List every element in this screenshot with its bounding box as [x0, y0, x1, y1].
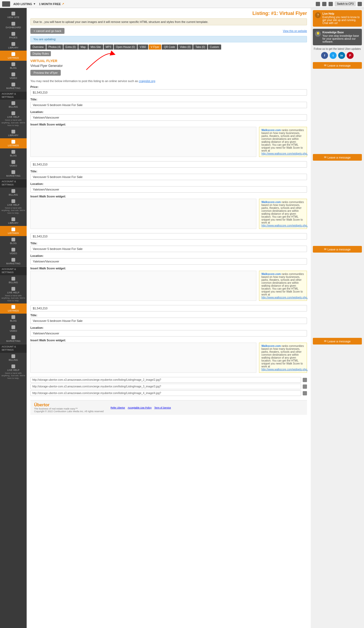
leave-message-btn-2[interactable]: ✉ Leave a message [313, 154, 362, 161]
sidebar-item-billing-4[interactable]: BILLING [0, 353, 27, 363]
title-input-4[interactable] [30, 318, 307, 324]
preview-vflyer-btn[interactable]: Preview the vFlyer [30, 70, 61, 76]
location-input-2[interactable] [30, 186, 307, 193]
facebook-icon[interactable]: f [321, 52, 328, 59]
title-input-3[interactable] [30, 246, 307, 252]
craigslist-link[interactable]: craigslist.org [139, 79, 155, 83]
sidebar-item-billing-1[interactable]: BILLING [0, 100, 27, 110]
sidebar-item-library-3[interactable]: LIBRARY [0, 216, 27, 226]
grid-icon[interactable] [316, 2, 320, 6]
switch-cp3-btn[interactable]: Switch to CP3 [335, 2, 355, 6]
tab-tabs[interactable]: Tabs (0) [193, 44, 207, 50]
add-listing-btn[interactable]: ADD LISTING ▼ [13, 2, 36, 6]
sidebar-item-billing-2[interactable]: BILLING [0, 188, 27, 198]
tab-display-rules[interactable]: Display Rules [30, 51, 51, 56]
tab-photos[interactable]: Photos (4) [46, 44, 63, 50]
sidebar-item-video-4[interactable]: VIDEO [0, 324, 27, 334]
tab-vflyer[interactable]: V Flyer [149, 44, 161, 50]
tab-map[interactable]: Map [78, 44, 88, 50]
sidebar-item-dashboard[interactable]: DASHBOARD [0, 20, 27, 30]
one-month-free-btn[interactable]: 1 MONTH FREE ↗ [39, 2, 64, 6]
tab-overview[interactable]: Overview [30, 44, 46, 50]
leave-message-btn-4[interactable]: ✉ Leave a message [313, 338, 362, 345]
tab-qr-code[interactable]: QR Code [162, 44, 177, 50]
price-input-4[interactable] [30, 305, 307, 311]
twitter-icon[interactable]: t [330, 52, 337, 59]
location-input-3[interactable] [30, 258, 307, 265]
sidebar-item-blog-1[interactable]: BLOG [0, 61, 27, 71]
eye-icon[interactable] [329, 2, 333, 6]
footer-link-tos[interactable]: Term of Service [154, 406, 171, 409]
cancel-back-btn[interactable]: < cancel and go back [30, 28, 64, 34]
sidebar-item-library-2[interactable]: LIBRARY [0, 128, 27, 138]
walk-score-widget-2[interactable] [30, 199, 256, 229]
tab-open-house[interactable]: Open House (0) [114, 44, 137, 50]
image-copy-icon-3[interactable] [303, 391, 307, 395]
sidebar-item-library-1[interactable]: LIBRARY [0, 40, 27, 51]
title-input-2[interactable] [30, 174, 307, 180]
walk-score-section-1: Walkscore.com ranks communities based on… [30, 127, 307, 157]
sidebar-item-live-help-2[interactable]: LIVE HELP Need a hand with anything. Jus… [0, 198, 27, 216]
sidebar-item-video-2[interactable]: VIDEO [0, 159, 27, 169]
image-url-row-3 [30, 390, 307, 396]
field-section-2: Title: Location: Insert Walk Score widge… [30, 161, 307, 229]
footer-link-aup[interactable]: Acceptable Use Policy [128, 406, 152, 409]
blog-icon [11, 62, 15, 66]
sidebar-item-video-1[interactable]: VIDEO [0, 71, 27, 81]
price-input-1[interactable] [30, 89, 307, 96]
image-copy-icon-2[interactable] [303, 384, 307, 389]
image-copy-icon-1[interactable] [303, 378, 307, 382]
sidebar-item-billing-3[interactable]: BILLING [0, 275, 27, 285]
sidebar-item-marketing-3[interactable]: MARKETING [0, 256, 27, 266]
sidebar-item-live-help-4[interactable]: LIVE HELP Need a hand with anything. Jus… [0, 363, 27, 381]
sidebar-item-listings-2[interactable]: LISTINGS [0, 138, 27, 148]
walk-score-widget-4[interactable] [30, 343, 256, 373]
tab-mp3[interactable]: MP3 [104, 44, 114, 50]
wrench-icon[interactable] [322, 2, 326, 6]
listings-icon [11, 52, 15, 56]
price-input-3[interactable] [30, 233, 307, 240]
tab-v360[interactable]: V360 [137, 44, 148, 50]
image-url-input-2[interactable] [30, 384, 301, 389]
image-url-input-1[interactable] [30, 377, 301, 383]
walk-score-link-2[interactable]: http://www.walkscore.com/widgets.php. [261, 224, 308, 227]
footer-link-refer[interactable]: Refer Ubertor [111, 406, 125, 409]
sidebar-item-live-help-1[interactable]: LIVE HELP Need a hand with anything. Jus… [0, 110, 27, 128]
follow-section: Follow us to get the latest Uber-updates… [313, 47, 362, 59]
location-input-1[interactable] [30, 114, 307, 121]
walk-score-link-3[interactable]: http://www.walkscore.com/widgets.php. [261, 296, 308, 299]
tab-video[interactable]: Video (0) [178, 44, 193, 50]
logo [2, 1, 10, 7]
tab-mini-site[interactable]: Mini-Site [88, 44, 103, 50]
sidebar-item-listings-4[interactable]: LISTINGS [0, 303, 27, 314]
sidebar-item-live-help-3[interactable]: LIVE HELP Need a hand with anything. Jus… [0, 285, 27, 304]
leave-message-btn-3[interactable]: ✉ Leave a message [313, 246, 362, 253]
sidebar-item-marketing-2[interactable]: MARKETING [0, 169, 27, 179]
walk-score-link-1[interactable]: http://www.walkscore.com/widgets.php. [261, 152, 308, 155]
sidebar-item-video-3[interactable]: VIDEO [0, 246, 27, 256]
sidebar-item-pages[interactable]: PAGES [0, 30, 27, 40]
settings-icon[interactable] [358, 2, 362, 6]
tab-custom[interactable]: Custom [208, 44, 221, 50]
walk-score-link-4[interactable]: http://www.walkscore.com/widgets.php. [261, 368, 308, 371]
sidebar-item-marketing-4[interactable]: MARKETING [0, 334, 27, 344]
location-input-4[interactable] [30, 330, 307, 337]
sidebar-item-blog-2[interactable]: BLOG [0, 148, 27, 159]
price-input-2[interactable] [30, 161, 307, 168]
walk-score-widget-3[interactable] [30, 271, 256, 301]
image-url-input-3[interactable] [30, 390, 301, 396]
leave-message-btn-1[interactable]: ✉ Leave a message [313, 62, 362, 69]
sidebar-item-blog-4[interactable]: BLOG [0, 314, 27, 324]
title-input-1[interactable] [30, 102, 307, 108]
view-on-website-link[interactable]: View this on website [283, 30, 307, 33]
tab-extra[interactable]: Extra (0) [63, 44, 78, 50]
notice-text: Due to , you will have to upload your ow… [33, 20, 208, 23]
sidebar-item-listings-3[interactable]: LISTINGS [0, 226, 27, 236]
sidebar-item-marketing-1[interactable]: MARKETING [0, 81, 27, 91]
walk-score-widget-1[interactable] [30, 127, 256, 157]
sidebar-item-blog-3[interactable]: BLOG [0, 236, 27, 246]
sidebar-item-view-site[interactable]: VIEW SITE [0, 10, 27, 20]
sidebar-item-listings-1[interactable]: LISTINGS [0, 51, 27, 61]
linkedin-icon[interactable]: in [338, 52, 345, 59]
pinterest-icon[interactable]: P [347, 52, 354, 59]
